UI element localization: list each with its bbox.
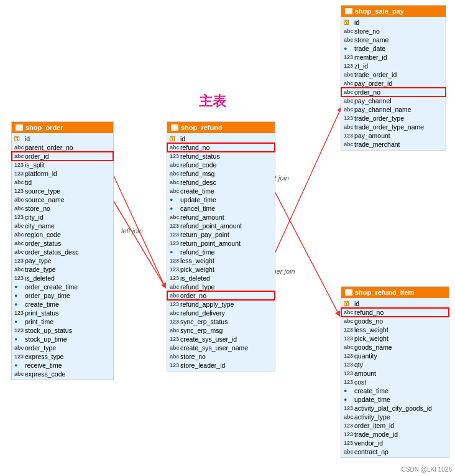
field-name: refund_time (180, 248, 214, 256)
field-name: cancel_time (180, 205, 215, 212)
field-name: express_code (25, 370, 65, 378)
field-name: refund_desc (180, 179, 216, 186)
table-row: ●print_time (12, 317, 113, 326)
table-row: 123zt_id (341, 62, 446, 70)
string-icon: abc (170, 179, 178, 185)
number-icon: 123 (344, 405, 352, 411)
string-icon: abc (14, 205, 23, 212)
number-icon: 123 (344, 115, 352, 121)
field-name: cost (354, 378, 366, 386)
shop-order-table: shop_order ⚿idabcparent_order_noabcorder… (11, 121, 114, 380)
table-row: abcstore_no (12, 204, 113, 213)
table-row: 123stock_up_status (12, 326, 113, 335)
table-row: abctrade_order_type_name (341, 123, 446, 131)
string-icon: abc (14, 249, 23, 255)
table-row: abccontract_np (341, 447, 449, 456)
datetime-icon: ● (14, 292, 23, 299)
field-name: contract_np (354, 448, 388, 455)
table-row: 123source_type (12, 187, 113, 195)
number-icon: 123 (14, 353, 23, 360)
table-row: 123create_sys_user_id (167, 335, 275, 343)
number-icon: 123 (14, 214, 23, 220)
datetime-icon: ● (344, 396, 352, 403)
shop-refund-header: shop_refund (167, 122, 275, 133)
number-icon: 123 (170, 258, 178, 264)
field-name: activity_plat_city_goods_id (354, 404, 432, 412)
table-row: abcorder_id (12, 152, 113, 161)
field-name: receive_time (25, 362, 62, 369)
field-name: sync_erp_msg (180, 327, 223, 334)
table-row: abcpay_channel (341, 96, 446, 105)
field-name: refund_apply_type (180, 301, 234, 308)
field-name: platform_id (25, 170, 57, 177)
table-row: abccity_name (12, 222, 113, 230)
table-row: 123pick_weight (341, 334, 449, 343)
number-icon: 123 (344, 335, 352, 342)
field-name: order_pay_time (25, 292, 70, 299)
field-name: less_weight (354, 326, 388, 334)
shop-sale-pay-header: shop_sale_pay (341, 6, 446, 17)
pk-icon: ⚿ (344, 301, 352, 307)
number-icon: 123 (170, 223, 178, 229)
field-name: trade_date (354, 45, 385, 52)
field-name: less_weight (180, 257, 214, 264)
field-name: city_name (25, 222, 55, 230)
field-name: id (354, 300, 359, 307)
datetime-icon: ● (344, 45, 352, 52)
field-name: trade_type (25, 266, 56, 273)
main-label: 主表 (199, 92, 226, 111)
field-name: pay_channel_name (354, 106, 411, 113)
datetime-icon: ● (170, 205, 178, 212)
table-row: abctid (12, 178, 113, 187)
field-name: activity_type (354, 413, 390, 421)
string-icon: abc (14, 197, 23, 203)
number-icon: 123 (14, 162, 23, 168)
string-icon: abc (14, 345, 23, 351)
table-row: abcrefund_desc (167, 178, 275, 187)
field-name: print_time (25, 318, 53, 325)
string-icon: abc (344, 141, 352, 147)
number-icon: 123 (14, 310, 23, 316)
number-icon: 123 (170, 240, 178, 246)
table-row: abcpay_channel_name (341, 105, 446, 114)
number-icon: 123 (344, 431, 352, 437)
table-row: 123pay_type (12, 256, 113, 265)
table-row: abcrefund_code (167, 161, 275, 169)
table-row: 123quantity (341, 352, 449, 360)
table-row: 123is_split (12, 161, 113, 169)
number-icon: 123 (170, 266, 178, 273)
table-row: 123is_deleted (12, 274, 113, 282)
table-row: 123trade_mode_id (341, 430, 449, 439)
string-icon: abc (344, 28, 352, 34)
table-row: abcorder_no (341, 88, 446, 96)
table-row: abcorder_status (12, 239, 113, 248)
number-icon: 123 (170, 362, 178, 368)
table-row: abcpay_order_id (341, 79, 446, 88)
field-name: vendor_id (354, 439, 383, 447)
table-row: ⚿id (341, 299, 449, 308)
table-row: 123qty (341, 360, 449, 369)
table-row: 123vendor_id (341, 439, 449, 447)
field-name: source_type (25, 187, 60, 195)
table-row: 123order_item_id (341, 421, 449, 430)
pk-icon: ⚿ (14, 136, 23, 142)
table-row: abcregion_code (12, 230, 113, 239)
field-name: refund_no (354, 309, 384, 316)
table-row: 123express_type (12, 352, 113, 361)
table-row: abcorder_type (12, 343, 113, 352)
string-icon: abc (344, 318, 352, 324)
table-icon (171, 124, 178, 131)
field-name: refund_delivery (180, 309, 225, 317)
field-name: parent_order_no (25, 144, 73, 151)
field-name: qty (354, 361, 363, 368)
field-name: print_status (25, 309, 58, 317)
number-icon: 123 (14, 327, 23, 334)
string-icon: abc (344, 106, 352, 113)
table-row: 123cost (341, 378, 449, 386)
table-row: ●refund_time (167, 248, 275, 256)
datetime-icon: ● (170, 249, 178, 255)
field-name: order_no (354, 88, 380, 96)
table-row: 123city_id (12, 213, 113, 222)
number-icon: 123 (170, 231, 178, 238)
watermark: CSDN @LKI 1026 (402, 466, 452, 473)
